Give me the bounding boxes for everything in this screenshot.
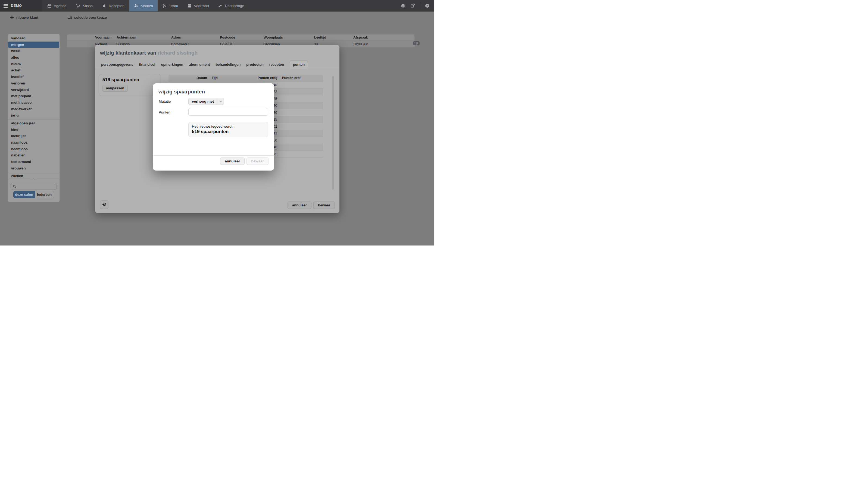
people-icon [134,3,138,8]
sidebar-filter-item[interactable]: afgelopen jaar [8,120,59,126]
tab-punten[interactable]: punten [290,60,308,69]
sidebar-filter-item[interactable]: naamloos [8,139,59,146]
mutatie-dropdown[interactable]: verhoog met [188,98,224,105]
modal-title: wijzig klantenkaart van richard sissingh [100,50,198,56]
sidebar-filter-item[interactable]: kind [8,126,59,133]
col-tijd: Tijd [212,76,247,80]
sidebar-filter-item[interactable]: medewerker [8,106,59,112]
col-woonplaats: Woonplaats [263,35,314,39]
sidebar-filter-item[interactable]: met prepaid [8,93,59,99]
clients-table-header: Voornaam Achternaam Adres Postcode Woonp… [67,34,415,41]
nav-tab-team[interactable]: Team [158,0,183,11]
sidebar-filter-item[interactable]: inactief [8,74,59,80]
nav-tab-voorraad[interactable]: Voorraad [183,0,214,11]
sidebar-filter-item[interactable]: verwijderd [8,87,59,93]
sidebar-filter-item[interactable]: met incasso [8,99,59,106]
sidebar-group-2: afgelopen jaarkindkleurlijstnaamloosnaam… [8,120,59,172]
sidebar-filter-item[interactable]: vrouwen [8,165,59,172]
col-achternaam: Achternaam [117,35,171,39]
dialog-cancel-button[interactable]: annuleer [220,157,245,165]
nav-tab-label: Team [169,4,178,8]
top-navbar: DEMO Agenda Kassa Recepten Klanten Team [0,0,434,11]
tab-financieel[interactable]: financieel [139,62,156,69]
dialog-save-button[interactable]: bewaar [247,157,269,165]
nav-tab-recepten[interactable]: Recepten [97,0,129,11]
dropdown-chevron-section [217,98,224,105]
col-punten-eraf: Punten eraf [277,76,301,80]
tab-opmerkingen[interactable]: opmerkingen [161,62,183,69]
sidebar-filter-item[interactable]: actief [8,67,59,74]
nav-brand-block: DEMO [0,0,43,11]
sidebar-filter-item[interactable]: naamloos [8,146,59,152]
cell-afspraak: 10:00 uur [353,42,415,46]
sidebar-filter-item[interactable]: nabellen [8,152,59,158]
sidebar-filter-item[interactable]: week [8,48,59,54]
sidebar-filter-item[interactable]: test armand [8,158,59,165]
col-punten-erbij: Punten erbij [247,76,277,80]
modal-cancel-button[interactable]: annuleer [287,202,311,209]
scope-this-salon-button[interactable]: deze salon [13,191,35,198]
sort-icon [68,15,72,20]
sidebar-filter-item[interactable]: morgen [8,41,59,48]
nav-tab-label: Kassa [83,4,93,8]
hamburger-menu-icon[interactable] [3,4,8,8]
search-input[interactable] [18,184,55,189]
scissors-icon [162,3,167,8]
edit-points-dialog: wijzig spaarpunten Mutatie verhoog met P… [153,83,274,171]
new-balance-info-box: Het nieuwe tegoed wordt: 519 spaarpunten [188,122,268,137]
nav-tab-rapportage[interactable]: Rapportage [213,0,249,11]
col-postcode: Postcode [220,35,263,39]
tab-producten[interactable]: producten [246,62,263,69]
col-afspraak: Afspraak [353,35,414,39]
settings-gear-button[interactable] [100,200,108,209]
tab-behandelingen[interactable]: behandelingen [216,62,241,69]
printer-icon[interactable] [401,3,406,8]
sidebar-filter-item[interactable]: verloren [8,80,59,87]
mutatie-label: Mutatie [159,99,171,104]
adjust-points-button[interactable]: aanpassen [103,85,128,91]
points-table-scrollbar[interactable] [332,76,334,190]
dialog-footer: annuleer bewaar [220,157,269,165]
tab-abonnement[interactable]: abonnement [189,62,210,69]
help-icon[interactable]: ? [425,3,430,8]
punten-label: Punten [159,110,170,114]
punten-input[interactable] [188,108,268,116]
nav-tab-agenda[interactable]: Agenda [43,0,71,11]
plus-icon [10,15,14,20]
box-icon [187,3,192,8]
selection-preference-label: selectie voorkeuze [74,16,107,20]
cart-icon [76,3,80,8]
sidebar-filter-item[interactable]: kleurlijst [8,133,59,139]
search-panel: deze salon iedereen [8,181,59,202]
selection-preference-button[interactable]: selectie voorkeuze [68,15,107,20]
col-datum: Datum [196,76,212,80]
col-adres: Adres [171,35,220,39]
nav-tab-klanten[interactable]: Klanten [129,0,158,11]
tab-recepten[interactable]: recepten [269,62,284,69]
nav-tab-kassa[interactable]: Kassa [71,0,97,11]
new-client-button[interactable]: nieuwe klant [10,15,38,20]
dialog-title: wijzig spaarpunten [159,89,205,95]
app-root: DEMO Agenda Kassa Recepten Klanten Team [0,0,434,246]
sidebar-filter-item[interactable]: vandaag [8,35,59,41]
points-summary-card: 519 spaarpunten aanpassen [99,74,161,96]
col-voornaam: Voornaam [95,35,117,39]
gear-icon [102,202,107,207]
sidebar-filter-item[interactable]: alles [8,54,59,61]
customer-modal-footer: annuleer bewaar [287,202,335,209]
sidebar-filter-item[interactable]: nieuw [8,61,59,67]
col-leeftijd: Leeftijd [314,35,353,39]
scope-everyone-button[interactable]: iedereen [35,191,54,198]
nav-tab-label: Agenda [54,4,66,8]
brand-label: DEMO [11,4,22,8]
nav-tab-label: Rapportage [225,4,244,8]
nav-tab-label: Klanten [140,4,153,8]
calendar-icon [47,3,52,8]
pager-badge[interactable]: 1|2 [413,41,420,45]
tab-persoonsgegevens[interactable]: persoonsgegevens [101,62,134,69]
search-box [10,183,57,190]
chevron-down-icon [219,100,222,103]
modal-save-button[interactable]: bewaar [313,202,335,209]
share-icon[interactable] [410,3,415,8]
sidebar-filter-item[interactable]: jarig [8,112,59,119]
